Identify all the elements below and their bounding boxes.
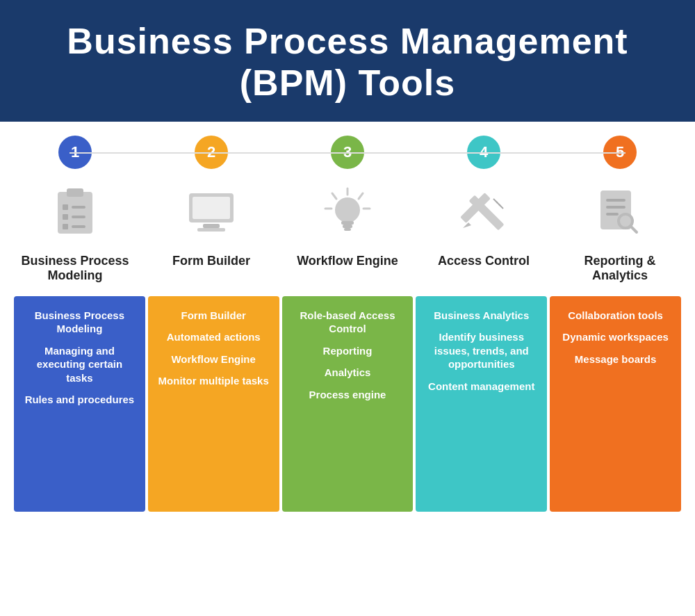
svg-rect-11 bbox=[197, 228, 225, 232]
step-3-label: Workflow Engine bbox=[297, 254, 398, 269]
card-1: Business Process Modeling Managing and e… bbox=[14, 296, 145, 512]
svg-rect-3 bbox=[72, 206, 85, 209]
svg-rect-27 bbox=[600, 191, 631, 229]
page-title: Business Process Management (BPM) Tools bbox=[14, 21, 681, 104]
card-2-item-3: Workflow Engine bbox=[158, 352, 270, 366]
svg-line-14 bbox=[359, 193, 363, 199]
step-4-label: Access Control bbox=[438, 254, 530, 269]
svg-rect-18 bbox=[341, 221, 354, 225]
svg-rect-1 bbox=[67, 188, 83, 197]
svg-rect-7 bbox=[72, 225, 85, 228]
cards-section: Business Process Modeling Managing and e… bbox=[14, 296, 681, 512]
svg-rect-9 bbox=[193, 197, 230, 219]
card-2-item-1: Form Builder bbox=[158, 309, 270, 323]
card-3: Role-based Access Control Reporting Anal… bbox=[282, 296, 414, 512]
svg-rect-30 bbox=[606, 213, 619, 216]
svg-rect-5 bbox=[72, 216, 85, 218]
svg-rect-19 bbox=[343, 225, 352, 228]
svg-rect-28 bbox=[606, 199, 626, 202]
svg-line-13 bbox=[332, 193, 336, 199]
step-2: 2 Form Builder bbox=[149, 136, 274, 269]
step-3: 3 Workflow Engine bbox=[285, 136, 410, 269]
card-2: Form Builder Automated actions Workflow … bbox=[148, 296, 279, 512]
card-3-item-1: Role-based Access Control bbox=[292, 309, 404, 336]
step-3-number: 3 bbox=[331, 136, 364, 169]
card-5-item-2: Dynamic workspaces bbox=[559, 330, 671, 344]
card-5: Collaboration tools Dynamic workspaces M… bbox=[550, 296, 681, 512]
svg-line-32 bbox=[630, 226, 637, 232]
card-2-item-4: Monitor multiple tasks bbox=[158, 374, 270, 388]
card-5-item-1: Collaboration tools bbox=[559, 309, 671, 323]
card-4-item-2: Identify business issues, trends, and op… bbox=[425, 330, 537, 371]
card-3-item-2: Reporting bbox=[292, 344, 404, 358]
card-1-item-1: Business Process Modeling bbox=[24, 309, 136, 336]
lightbulb-icon bbox=[316, 181, 379, 244]
card-4-item-1: Business Analytics bbox=[425, 309, 537, 323]
svg-rect-6 bbox=[63, 224, 68, 229]
step-5-number: 5 bbox=[603, 136, 637, 169]
steps-row: 1 Business Process Modeling 2 bbox=[0, 122, 695, 284]
card-2-item-2: Automated actions bbox=[158, 330, 270, 344]
pencil-ruler-icon bbox=[452, 181, 515, 244]
step-5-label: Reporting & Analytics bbox=[557, 254, 682, 284]
step-4: 4 Access Control bbox=[421, 136, 546, 269]
step-2-label: Form Builder bbox=[172, 254, 250, 269]
card-5-item-3: Message boards bbox=[559, 352, 671, 366]
step-4-number: 4 bbox=[467, 136, 500, 169]
card-1-item-3: Rules and procedures bbox=[24, 393, 136, 407]
svg-point-17 bbox=[335, 197, 360, 222]
svg-rect-4 bbox=[63, 214, 68, 220]
card-1-item-2: Managing and executing certain tasks bbox=[24, 344, 136, 385]
step-5: 5 Reporting & Analytics bbox=[557, 136, 682, 284]
svg-line-26 bbox=[499, 204, 503, 209]
card-3-item-4: Process engine bbox=[292, 388, 404, 402]
step-1-number: 1 bbox=[58, 136, 92, 169]
step-1-label: Business Process Modeling bbox=[13, 254, 138, 284]
svg-rect-10 bbox=[203, 224, 220, 228]
monitor-icon bbox=[180, 181, 243, 244]
step-2-number: 2 bbox=[195, 136, 228, 169]
svg-rect-29 bbox=[606, 206, 626, 209]
clipboard-icon bbox=[44, 181, 106, 244]
document-search-icon bbox=[589, 181, 651, 244]
card-3-item-3: Analytics bbox=[292, 366, 404, 380]
card-4-item-3: Content management bbox=[425, 380, 537, 394]
step-1: 1 Business Process Modeling bbox=[13, 136, 138, 284]
svg-marker-22 bbox=[463, 222, 471, 228]
page-header: Business Process Management (BPM) Tools bbox=[0, 0, 695, 122]
card-4: Business Analytics Identify business iss… bbox=[416, 296, 547, 512]
svg-rect-20 bbox=[344, 228, 351, 231]
svg-rect-2 bbox=[63, 204, 68, 210]
